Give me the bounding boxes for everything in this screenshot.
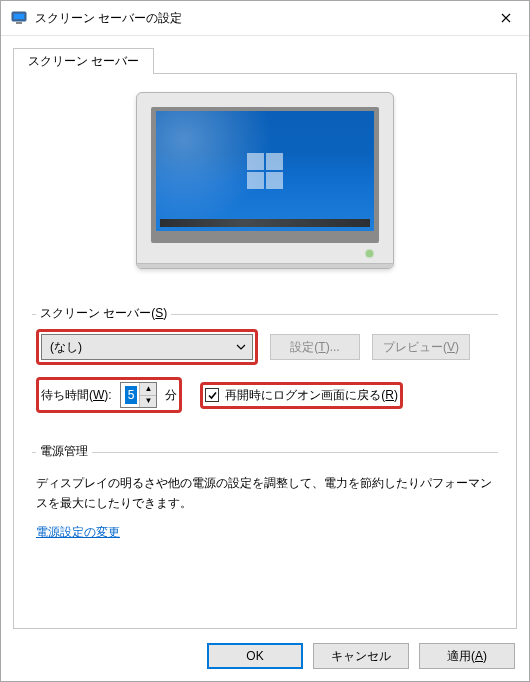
titlebar: スクリーン セーバーの設定 bbox=[1, 1, 529, 36]
chevron-down-icon bbox=[230, 344, 252, 350]
label-text: スクリーン セーバー( bbox=[40, 306, 155, 320]
apply-button[interactable]: 適用(A) bbox=[419, 643, 515, 669]
screensaver-row-1: (なし) 設定(T)... プレビュー(V) bbox=[36, 329, 494, 365]
hotkey: R bbox=[385, 388, 394, 402]
screensaver-row-2: 待ち時間(W): 5 ▲ ▼ bbox=[36, 377, 494, 413]
hotkey: V bbox=[447, 340, 455, 354]
screensaver-combo-value: (なし) bbox=[42, 339, 230, 356]
label-text: 適用( bbox=[447, 648, 475, 665]
tab-control: スクリーン セーバー bbox=[13, 48, 517, 629]
cancel-button[interactable]: キャンセル bbox=[313, 643, 409, 669]
hotkey: A bbox=[475, 649, 483, 663]
screensaver-combo[interactable]: (なし) bbox=[41, 334, 253, 360]
screensaver-group: スクリーン セーバー(S) (なし) bbox=[32, 297, 498, 421]
label-text: ) bbox=[483, 649, 487, 663]
wait-value-wrap: 5 bbox=[121, 383, 140, 407]
dialog-window: スクリーン セーバーの設定 スクリーン セーバー bbox=[0, 0, 530, 682]
label-text: ) bbox=[163, 306, 167, 320]
power-group-box: ディスプレイの明るさや他の電源の設定を調整して、電力を節約したりパフォーマンスを… bbox=[32, 452, 498, 549]
hotkey: W bbox=[93, 388, 104, 402]
label-text: )... bbox=[326, 340, 340, 354]
wait-unit: 分 bbox=[165, 387, 177, 404]
tab-body: スクリーン セーバー(S) (なし) bbox=[13, 74, 517, 629]
highlight-logon: 再開時にログオン画面に戻る(R) bbox=[200, 382, 403, 409]
dialog-button-bar: OK キャンセル 適用(A) bbox=[207, 643, 515, 669]
checkbox-box bbox=[205, 388, 219, 402]
tab-header: スクリーン セーバー bbox=[13, 48, 517, 74]
power-led-icon bbox=[366, 250, 373, 257]
wait-group: 待ち時間(W): 5 ▲ ▼ bbox=[41, 382, 177, 408]
app-icon bbox=[11, 10, 27, 26]
logon-label: 再開時にログオン画面に戻る(R) bbox=[225, 387, 398, 404]
ok-button[interactable]: OK bbox=[207, 643, 303, 669]
settings-button: 設定(T)... bbox=[270, 334, 360, 360]
tab-filler bbox=[154, 72, 517, 74]
spin-down-button[interactable]: ▼ bbox=[140, 396, 156, 408]
windows-logo-icon bbox=[247, 153, 283, 189]
wait-value: 5 bbox=[125, 386, 138, 404]
svg-rect-1 bbox=[14, 14, 24, 19]
monitor-screen bbox=[156, 111, 374, 231]
monitor-chin bbox=[151, 243, 379, 263]
label-text: ) bbox=[455, 340, 459, 354]
label-text: ) bbox=[394, 388, 398, 402]
monitor-base bbox=[137, 263, 393, 268]
power-settings-link[interactable]: 電源設定の変更 bbox=[36, 525, 120, 539]
label-text: 待ち時間( bbox=[41, 388, 93, 402]
hotkey: T bbox=[318, 340, 325, 354]
power-group-label: 電源管理 bbox=[36, 443, 92, 460]
label-text: プレビュー( bbox=[383, 339, 447, 356]
power-group: 電源管理 ディスプレイの明るさや他の電源の設定を調整して、電力を節約したりパフォ… bbox=[32, 435, 498, 549]
wait-label: 待ち時間(W): bbox=[41, 387, 112, 404]
close-button[interactable] bbox=[483, 1, 529, 35]
label-text: 再開時にログオン画面に戻る( bbox=[225, 388, 385, 402]
preview-taskbar bbox=[160, 219, 370, 227]
spin-buttons: ▲ ▼ bbox=[139, 383, 156, 407]
highlight-combo: (なし) bbox=[36, 329, 258, 365]
window-title: スクリーン セーバーの設定 bbox=[35, 10, 483, 27]
tab-screensaver[interactable]: スクリーン セーバー bbox=[13, 48, 154, 74]
wait-spinner[interactable]: 5 ▲ ▼ bbox=[120, 382, 158, 408]
label-text: ): bbox=[104, 388, 111, 402]
screensaver-group-box: (なし) 設定(T)... プレビュー(V) bbox=[32, 314, 498, 421]
screensaver-group-label: スクリーン セーバー(S) bbox=[36, 305, 171, 322]
power-text: ディスプレイの明るさや他の電源の設定を調整して、電力を節約したりパフォーマンスを… bbox=[36, 473, 494, 514]
highlight-wait: 待ち時間(W): 5 ▲ ▼ bbox=[36, 377, 182, 413]
monitor-frame bbox=[136, 92, 394, 269]
logon-checkbox[interactable]: 再開時にログオン画面に戻る(R) bbox=[205, 387, 398, 404]
spin-up-button[interactable]: ▲ bbox=[140, 383, 156, 396]
screensaver-preview bbox=[32, 92, 498, 269]
monitor-bezel bbox=[151, 107, 379, 243]
preview-button: プレビュー(V) bbox=[372, 334, 470, 360]
label-text: 設定( bbox=[290, 339, 318, 356]
svg-rect-2 bbox=[16, 22, 22, 24]
